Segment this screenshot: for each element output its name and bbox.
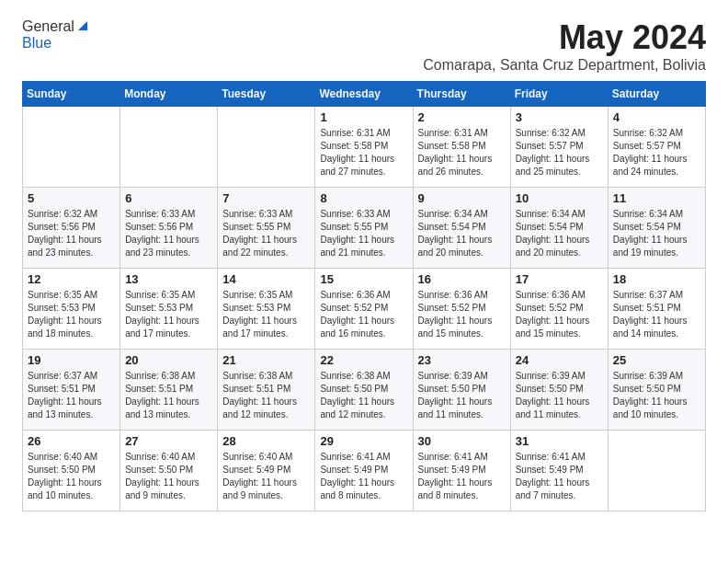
table-row: 26Sunrise: 6:40 AM Sunset: 5:50 PM Dayli… [23,431,120,511]
day-info: Sunrise: 6:38 AM Sunset: 5:50 PM Dayligh… [320,370,407,421]
header-sunday: Sunday [23,82,120,107]
table-row [608,431,705,511]
day-number: 25 [613,353,700,367]
logo-general-text: General [22,18,74,35]
table-row: 18Sunrise: 6:37 AM Sunset: 5:51 PM Dayli… [608,269,705,350]
day-number: 30 [418,434,506,448]
table-row: 21Sunrise: 6:38 AM Sunset: 5:51 PM Dayli… [218,350,315,431]
day-info: Sunrise: 6:32 AM Sunset: 5:57 PM Dayligh… [516,127,603,178]
day-info: Sunrise: 6:38 AM Sunset: 5:51 PM Dayligh… [222,370,310,421]
day-number: 11 [613,191,700,205]
day-number: 23 [418,353,506,367]
calendar-table: Sunday Monday Tuesday Wednesday Thursday… [22,81,706,511]
calendar-header: Sunday Monday Tuesday Wednesday Thursday… [23,82,706,107]
day-info: Sunrise: 6:41 AM Sunset: 5:49 PM Dayligh… [516,451,603,502]
table-row: 4Sunrise: 6:32 AM Sunset: 5:57 PM Daylig… [608,107,705,188]
day-number: 16 [418,272,506,286]
calendar-body: 1Sunrise: 6:31 AM Sunset: 5:58 PM Daylig… [23,107,706,511]
table-row: 6Sunrise: 6:33 AM Sunset: 5:56 PM Daylig… [120,188,218,269]
day-info: Sunrise: 6:32 AM Sunset: 5:57 PM Dayligh… [613,127,700,178]
day-number: 6 [125,191,212,205]
day-number: 9 [418,191,506,205]
logo-blue-text: Blue [22,35,51,52]
month-year-title: May 2024 [423,18,706,57]
table-row: 29Sunrise: 6:41 AM Sunset: 5:49 PM Dayli… [315,431,413,511]
table-row: 30Sunrise: 6:41 AM Sunset: 5:49 PM Dayli… [413,431,510,511]
page-header: General Blue May 2024 Comarapa, Santa Cr… [22,18,706,74]
table-row: 28Sunrise: 6:40 AM Sunset: 5:49 PM Dayli… [218,431,315,511]
day-info: Sunrise: 6:35 AM Sunset: 5:53 PM Dayligh… [125,289,212,340]
table-row: 7Sunrise: 6:33 AM Sunset: 5:55 PM Daylig… [218,188,315,269]
day-number: 12 [28,272,115,286]
day-info: Sunrise: 6:40 AM Sunset: 5:50 PM Dayligh… [28,451,115,502]
day-number: 19 [28,353,115,367]
day-number: 7 [222,191,310,205]
table-row: 27Sunrise: 6:40 AM Sunset: 5:50 PM Dayli… [120,431,218,511]
day-info: Sunrise: 6:41 AM Sunset: 5:49 PM Dayligh… [418,451,506,502]
day-info: Sunrise: 6:37 AM Sunset: 5:51 PM Dayligh… [28,370,115,421]
header-thursday: Thursday [413,82,510,107]
day-number: 26 [28,434,115,448]
day-info: Sunrise: 6:31 AM Sunset: 5:58 PM Dayligh… [418,127,506,178]
day-number: 14 [222,272,310,286]
header-saturday: Saturday [608,82,705,107]
day-number: 5 [28,191,115,205]
day-info: Sunrise: 6:31 AM Sunset: 5:58 PM Dayligh… [320,127,407,178]
title-block: May 2024 Comarapa, Santa Cruz Department… [423,18,706,74]
day-number: 10 [516,191,603,205]
day-info: Sunrise: 6:33 AM Sunset: 5:55 PM Dayligh… [222,208,310,259]
day-info: Sunrise: 6:36 AM Sunset: 5:52 PM Dayligh… [320,289,407,340]
table-row: 1Sunrise: 6:31 AM Sunset: 5:58 PM Daylig… [315,107,413,188]
table-row: 23Sunrise: 6:39 AM Sunset: 5:50 PM Dayli… [413,350,510,431]
day-info: Sunrise: 6:34 AM Sunset: 5:54 PM Dayligh… [516,208,603,259]
day-number: 1 [320,110,407,124]
day-info: Sunrise: 6:36 AM Sunset: 5:52 PM Dayligh… [418,289,506,340]
day-info: Sunrise: 6:35 AM Sunset: 5:53 PM Dayligh… [28,289,115,340]
day-number: 17 [516,272,603,286]
day-info: Sunrise: 6:35 AM Sunset: 5:53 PM Dayligh… [222,289,310,340]
table-row: 13Sunrise: 6:35 AM Sunset: 5:53 PM Dayli… [120,269,218,350]
table-row: 22Sunrise: 6:38 AM Sunset: 5:50 PM Dayli… [315,350,413,431]
header-tuesday: Tuesday [218,82,315,107]
day-info: Sunrise: 6:38 AM Sunset: 5:51 PM Dayligh… [125,370,212,421]
logo-arrow-icon [76,19,89,32]
table-row: 8Sunrise: 6:33 AM Sunset: 5:55 PM Daylig… [315,188,413,269]
day-info: Sunrise: 6:33 AM Sunset: 5:55 PM Dayligh… [320,208,407,259]
day-number: 21 [222,353,310,367]
header-wednesday: Wednesday [315,82,413,107]
day-number: 8 [320,191,407,205]
table-row: 11Sunrise: 6:34 AM Sunset: 5:54 PM Dayli… [608,188,705,269]
day-info: Sunrise: 6:34 AM Sunset: 5:54 PM Dayligh… [613,208,700,259]
day-info: Sunrise: 6:39 AM Sunset: 5:50 PM Dayligh… [613,370,700,421]
day-info: Sunrise: 6:40 AM Sunset: 5:50 PM Dayligh… [125,451,212,502]
table-row: 12Sunrise: 6:35 AM Sunset: 5:53 PM Dayli… [23,269,120,350]
table-row: 14Sunrise: 6:35 AM Sunset: 5:53 PM Dayli… [218,269,315,350]
table-row: 2Sunrise: 6:31 AM Sunset: 5:58 PM Daylig… [413,107,510,188]
day-number: 3 [516,110,603,124]
day-info: Sunrise: 6:32 AM Sunset: 5:56 PM Dayligh… [28,208,115,259]
table-row: 25Sunrise: 6:39 AM Sunset: 5:50 PM Dayli… [608,350,705,431]
day-number: 24 [516,353,603,367]
day-number: 2 [418,110,506,124]
table-row: 16Sunrise: 6:36 AM Sunset: 5:52 PM Dayli… [413,269,510,350]
day-info: Sunrise: 6:34 AM Sunset: 5:54 PM Dayligh… [418,208,506,259]
day-number: 22 [320,353,407,367]
day-info: Sunrise: 6:37 AM Sunset: 5:51 PM Dayligh… [613,289,700,340]
day-number: 13 [125,272,212,286]
table-row: 5Sunrise: 6:32 AM Sunset: 5:56 PM Daylig… [23,188,120,269]
day-number: 28 [222,434,310,448]
day-info: Sunrise: 6:36 AM Sunset: 5:52 PM Dayligh… [516,289,603,340]
day-info: Sunrise: 6:39 AM Sunset: 5:50 PM Dayligh… [516,370,603,421]
day-number: 15 [320,272,407,286]
day-number: 29 [320,434,407,448]
table-row: 24Sunrise: 6:39 AM Sunset: 5:50 PM Dayli… [510,350,608,431]
day-number: 27 [125,434,212,448]
table-row: 31Sunrise: 6:41 AM Sunset: 5:49 PM Dayli… [510,431,608,511]
day-number: 31 [516,434,603,448]
table-row [120,107,218,188]
logo: General Blue [22,18,89,52]
header-monday: Monday [120,82,218,107]
day-info: Sunrise: 6:39 AM Sunset: 5:50 PM Dayligh… [418,370,506,421]
table-row: 17Sunrise: 6:36 AM Sunset: 5:52 PM Dayli… [510,269,608,350]
day-info: Sunrise: 6:33 AM Sunset: 5:56 PM Dayligh… [125,208,212,259]
